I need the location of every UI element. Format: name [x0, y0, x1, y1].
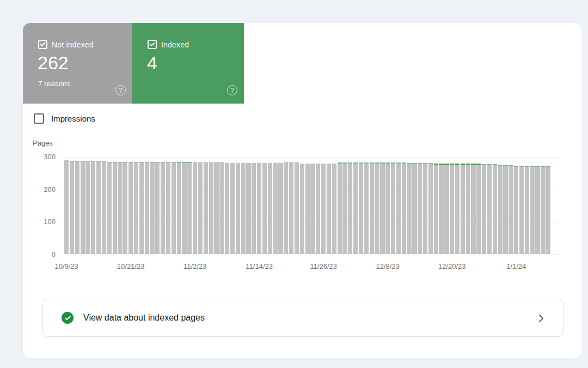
chart-bar[interactable] [525, 166, 529, 254]
checkbox-not-indexed-checked-icon[interactable] [38, 40, 47, 49]
chart-bar[interactable] [252, 163, 256, 254]
chart-bar[interactable] [396, 162, 401, 254]
chart-bar[interactable] [391, 162, 395, 254]
chart-bar[interactable] [257, 163, 261, 254]
help-icon[interactable]: ? [227, 85, 237, 95]
chart-bar[interactable] [268, 163, 272, 254]
chart-bar[interactable] [530, 166, 535, 254]
chart-bar[interactable] [375, 162, 379, 254]
chart-bar[interactable] [316, 164, 320, 254]
chart-bar[interactable] [134, 162, 138, 254]
chart-bar[interactable] [519, 166, 524, 254]
chart-bar[interactable] [96, 161, 101, 254]
chart-bar[interactable] [75, 161, 79, 254]
chart-bar[interactable] [209, 162, 213, 254]
chart-bar[interactable] [204, 162, 208, 254]
chart-bar[interactable] [385, 162, 390, 254]
chart-bar[interactable] [128, 162, 133, 254]
chart-bar[interactable] [123, 162, 127, 254]
chart-bar[interactable] [503, 165, 507, 254]
chart-bar[interactable] [230, 163, 235, 254]
checkbox-unchecked-icon[interactable] [34, 113, 44, 124]
chart-bar[interactable] [546, 166, 550, 254]
chart-bar[interactable] [289, 162, 293, 254]
chart-bar[interactable] [166, 162, 170, 254]
chart-bar[interactable] [342, 162, 347, 254]
chart-bar[interactable] [150, 162, 154, 254]
impressions-toggle[interactable]: Impressions [34, 113, 95, 124]
chart-bar[interactable] [305, 164, 310, 254]
chart-bar[interactable] [466, 164, 470, 254]
chart-bar[interactable] [85, 161, 90, 254]
chart-bar[interactable] [139, 162, 144, 254]
chart-bar[interactable] [380, 162, 384, 254]
chevron-right-icon[interactable] [535, 312, 548, 325]
chart-bar[interactable] [327, 164, 331, 254]
chart-bar[interactable] [461, 164, 465, 254]
chart-bar[interactable] [364, 162, 369, 254]
chart-bar[interactable] [444, 164, 449, 254]
chart-bar[interactable] [348, 162, 352, 254]
chart-bar[interactable] [91, 161, 95, 254]
chart-bar[interactable] [370, 162, 374, 254]
chart-bar[interactable] [214, 162, 218, 254]
chart-bar[interactable] [236, 163, 240, 254]
view-indexed-data-button[interactable]: View data about indexed pages [42, 299, 564, 337]
chart-bar[interactable] [310, 164, 315, 254]
help-icon[interactable]: ? [115, 85, 126, 95]
chart-bar[interactable] [182, 162, 186, 254]
chart-bar[interactable] [407, 163, 411, 254]
chart-bar[interactable] [498, 165, 503, 254]
chart-bar[interactable] [284, 162, 288, 254]
chart-bar[interactable] [219, 162, 224, 254]
chart-bar[interactable] [541, 166, 545, 254]
chart-bar[interactable] [81, 161, 85, 254]
chart-bar[interactable] [161, 162, 165, 254]
chart-bar[interactable] [177, 162, 181, 254]
chart-bar[interactable] [273, 163, 278, 254]
chart-bar[interactable] [439, 164, 443, 254]
chart-bar[interactable] [193, 162, 197, 254]
chart-bar[interactable] [295, 162, 299, 254]
chart-bar[interactable] [353, 162, 358, 254]
chart-bar[interactable] [246, 163, 250, 254]
chart-bar[interactable] [423, 163, 427, 254]
chart-bar[interactable] [262, 163, 267, 254]
chart-bar[interactable] [434, 164, 438, 254]
chart-bar[interactable] [118, 162, 122, 254]
chart-bar[interactable] [482, 164, 486, 254]
chart-bar[interactable] [455, 164, 460, 254]
chart-bar[interactable] [145, 162, 149, 254]
chart-bar[interactable] [187, 162, 192, 254]
chart-bar[interactable] [107, 162, 112, 254]
chart-bar[interactable] [514, 166, 518, 254]
chart-bar[interactable] [64, 160, 69, 254]
chart-bar[interactable] [241, 163, 246, 254]
chart-bar[interactable] [171, 162, 176, 254]
chart-bar[interactable] [450, 164, 454, 254]
metric-card-not-indexed[interactable]: Not indexed 262 7 reasons ? [23, 23, 132, 104]
chart-bar[interactable] [225, 163, 229, 254]
checkbox-indexed-checked-icon[interactable] [148, 40, 157, 49]
chart-bar[interactable] [300, 164, 304, 254]
chart-bar[interactable] [278, 163, 283, 254]
chart-bar[interactable] [412, 163, 416, 254]
chart-bar[interactable] [402, 162, 406, 254]
chart-bar[interactable] [321, 164, 326, 254]
chart-bar[interactable] [418, 163, 422, 254]
chart-bar[interactable] [471, 164, 475, 254]
chart-bar[interactable] [359, 162, 363, 254]
chart-bar[interactable] [70, 161, 74, 254]
chart-bar[interactable] [113, 162, 117, 254]
chart-bar[interactable] [332, 164, 336, 254]
chart-bar[interactable] [102, 161, 106, 254]
chart-bar[interactable] [509, 165, 513, 254]
chart-bar[interactable] [476, 164, 481, 254]
chart-bar[interactable] [493, 164, 497, 254]
chart-bar[interactable] [487, 164, 492, 254]
metric-card-indexed[interactable]: Indexed 4 ? [132, 23, 244, 104]
chart-bar[interactable] [338, 162, 342, 254]
chart-bar[interactable] [535, 166, 540, 254]
chart-bar[interactable] [155, 162, 160, 254]
chart-bar[interactable] [428, 163, 433, 254]
